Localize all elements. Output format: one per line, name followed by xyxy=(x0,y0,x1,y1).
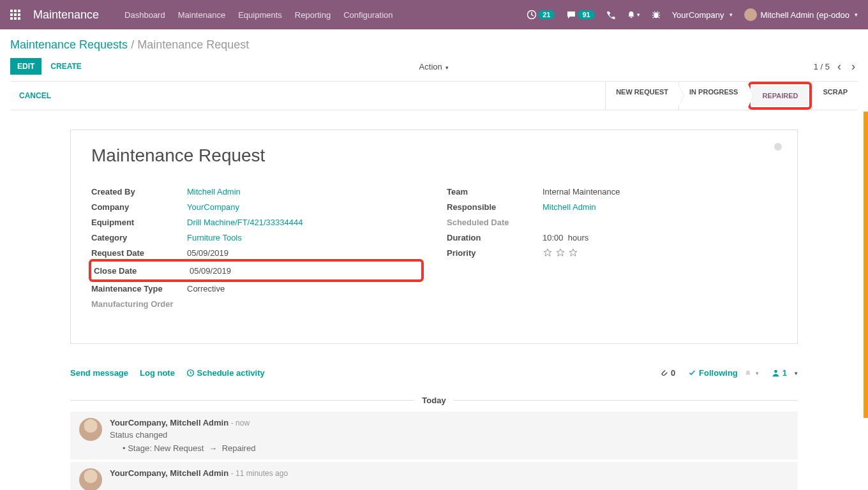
attachments-button[interactable]: 0 xyxy=(660,368,675,378)
label-created-by: Created By xyxy=(91,187,187,197)
create-button[interactable]: Create xyxy=(45,59,86,74)
label-priority: Priority xyxy=(447,248,542,258)
action-dropdown[interactable]: Action ▾ xyxy=(419,62,449,71)
star-icon[interactable] xyxy=(555,248,565,258)
avatar-icon xyxy=(79,468,102,490)
form-sheet: Maintenance Request Created ByMitchell A… xyxy=(70,130,798,344)
status-bar: Cancel New Request In Progress Repaired … xyxy=(10,81,858,110)
kanban-state-icon[interactable] xyxy=(774,143,782,151)
stage-in-progress[interactable]: In Progress xyxy=(678,82,748,110)
svg-point-3 xyxy=(774,370,777,373)
activity-icon[interactable]: 21 xyxy=(527,10,555,20)
nav-configuration[interactable]: Configuration xyxy=(343,10,393,20)
label-company: Company xyxy=(91,202,187,212)
value-equipment[interactable]: Drill Machine/FT/421/33334444 xyxy=(187,218,303,227)
cancel-button[interactable]: Cancel xyxy=(10,85,60,107)
message-item: YourCompany, Mitchell Admin - now Status… xyxy=(70,412,798,459)
paperclip-icon xyxy=(660,369,668,377)
star-icon[interactable] xyxy=(542,248,553,258)
followers-button[interactable]: 1 ▾ xyxy=(772,368,798,378)
arrow-right-icon: → xyxy=(209,443,217,453)
label-maint-type: Maintenance Type xyxy=(91,284,187,293)
value-team: Internal Maintenance xyxy=(542,187,620,197)
chatter: Send message Log note Schedule activity … xyxy=(70,363,798,490)
label-request-date: Request Date xyxy=(91,248,187,258)
user-menu[interactable]: Mitchell Admin (ep-odoo▾ xyxy=(744,8,858,21)
stage-bar: New Request In Progress Repaired Scrap xyxy=(605,82,858,110)
form-col-left: Created ByMitchell Admin CompanyYourComp… xyxy=(91,184,421,311)
message-time: - now xyxy=(231,419,250,427)
pager-next-icon[interactable]: › xyxy=(849,60,858,73)
nav-equipments[interactable]: Equipments xyxy=(238,10,282,20)
stage-new-request[interactable]: New Request xyxy=(605,82,678,110)
bell-icon[interactable]: ▾ xyxy=(627,10,640,19)
bell-icon xyxy=(744,369,752,377)
label-manuf-order: Manufacturing Order xyxy=(91,299,187,309)
user-icon xyxy=(772,369,780,377)
nav-menu: Dashboard Maintenance Equipments Reporti… xyxy=(124,10,527,20)
check-icon xyxy=(688,369,696,377)
message-tracking: Stage: New Request → Repaired xyxy=(110,443,789,453)
star-icon[interactable] xyxy=(568,248,578,258)
value-request-date: 05/09/2019 xyxy=(187,248,228,258)
breadcrumb-parent[interactable]: Maintenance Requests xyxy=(10,38,128,51)
nav-reporting[interactable]: Reporting xyxy=(295,10,331,20)
app-title: Maintenance xyxy=(33,8,99,22)
label-responsible: Responsible xyxy=(447,202,542,212)
stage-scrap[interactable]: Scrap xyxy=(812,82,858,110)
stage-repaired[interactable]: Repaired xyxy=(752,85,808,106)
discuss-badge: 91 xyxy=(578,10,594,19)
label-scheduled: Scheduled Date xyxy=(447,218,542,227)
value-maint-type: Corrective xyxy=(187,284,225,293)
value-company[interactable]: YourCompany xyxy=(187,202,239,212)
apps-icon[interactable] xyxy=(10,10,20,20)
breadcrumb: Maintenance Requests / Maintenance Reque… xyxy=(10,38,858,52)
date-separator: Today xyxy=(70,396,798,405)
label-equipment: Equipment xyxy=(91,218,187,227)
phone-icon[interactable] xyxy=(606,10,615,19)
pager: 1 / 5 ‹ › xyxy=(814,60,858,73)
pager-text: 1 / 5 xyxy=(814,62,830,71)
bug-icon[interactable] xyxy=(652,10,661,19)
nav-right: 21 91 ▾ YourCompany▾ Mitchell Admin (ep-… xyxy=(527,8,858,21)
company-switcher[interactable]: YourCompany▾ xyxy=(672,10,733,20)
message-author: YourCompany, Mitchell Admin xyxy=(110,468,228,478)
message-time: - 11 minutes ago xyxy=(231,469,288,478)
nav-maintenance[interactable]: Maintenance xyxy=(178,10,225,20)
send-message-button[interactable]: Send message xyxy=(70,368,128,378)
form-col-right: TeamInternal Maintenance ResponsibleMitc… xyxy=(447,184,777,311)
message-item: YourCompany, Mitchell Admin - 11 minutes… xyxy=(70,462,798,490)
edit-button[interactable]: Edit xyxy=(10,58,41,75)
value-duration: 10:00 hours xyxy=(542,233,588,242)
breadcrumb-current: Maintenance Request xyxy=(137,38,249,51)
value-close-date: 05/09/2019 xyxy=(190,266,231,276)
value-priority xyxy=(542,248,578,258)
value-created-by[interactable]: Mitchell Admin xyxy=(187,187,241,197)
value-responsible[interactable]: Mitchell Admin xyxy=(542,202,596,212)
avatar-icon xyxy=(744,8,757,21)
nav-dashboard[interactable]: Dashboard xyxy=(124,10,165,20)
message-author: YourCompany, Mitchell Admin xyxy=(110,418,228,427)
page-title: Maintenance Request xyxy=(91,145,777,166)
label-duration: Duration xyxy=(447,233,542,242)
log-note-button[interactable]: Log note xyxy=(140,368,175,378)
scroll-indicator xyxy=(864,112,868,418)
caret-icon: ▾ xyxy=(637,11,640,18)
following-button[interactable]: Following ▾ xyxy=(688,368,759,378)
avatar-icon xyxy=(79,418,102,441)
discuss-icon[interactable]: 91 xyxy=(566,10,594,20)
svg-point-1 xyxy=(654,13,658,19)
message-body: Status changed xyxy=(110,430,789,440)
activity-badge: 21 xyxy=(538,10,555,19)
label-category: Category xyxy=(91,233,187,242)
control-bar: Maintenance Requests / Maintenance Reque… xyxy=(0,29,868,110)
label-close-date: Close Date xyxy=(94,266,190,276)
top-nav: Maintenance Dashboard Maintenance Equipm… xyxy=(0,0,868,29)
schedule-activity-button[interactable]: Schedule activity xyxy=(186,368,265,378)
value-category[interactable]: Furniture Tools xyxy=(187,233,242,242)
label-team: Team xyxy=(447,187,542,197)
pager-prev-icon[interactable]: ‹ xyxy=(835,60,844,73)
